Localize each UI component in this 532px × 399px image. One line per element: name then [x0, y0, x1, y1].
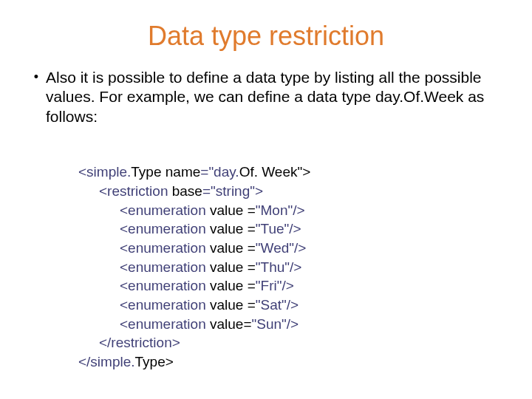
code-line: <simple.Type name="day.Of. Week"> — [78, 164, 310, 180]
bullet-item: • Also it is possible to define a data t… — [30, 68, 505, 126]
code-line: <enumeration value ="Wed"/> — [78, 239, 306, 258]
code-block: <simple.Type name="day.Of. Week"> <restr… — [78, 144, 505, 390]
code-line: <enumeration value ="Fri"/> — [78, 276, 294, 296]
slide-title: Data type restriction — [27, 21, 505, 52]
code-line: <enumeration value ="Thu"/> — [78, 258, 301, 277]
code-line: <enumeration value="Sun"/> — [78, 315, 299, 334]
code-line: </restriction> — [78, 333, 180, 352]
code-line: </simple.Type> — [78, 354, 174, 369]
code-line: <enumeration value ="Mon"/> — [78, 201, 305, 220]
slide: Data type restriction • Also it is possi… — [0, 0, 532, 399]
code-line: <enumeration value ="Sat"/> — [78, 296, 299, 315]
code-line: <restriction base="string"> — [78, 182, 263, 201]
code-line: <enumeration value ="Tue"/> — [78, 219, 301, 239]
bullet-dot: • — [30, 68, 46, 86]
bullet-text: Also it is possible to define a data typ… — [46, 68, 505, 126]
